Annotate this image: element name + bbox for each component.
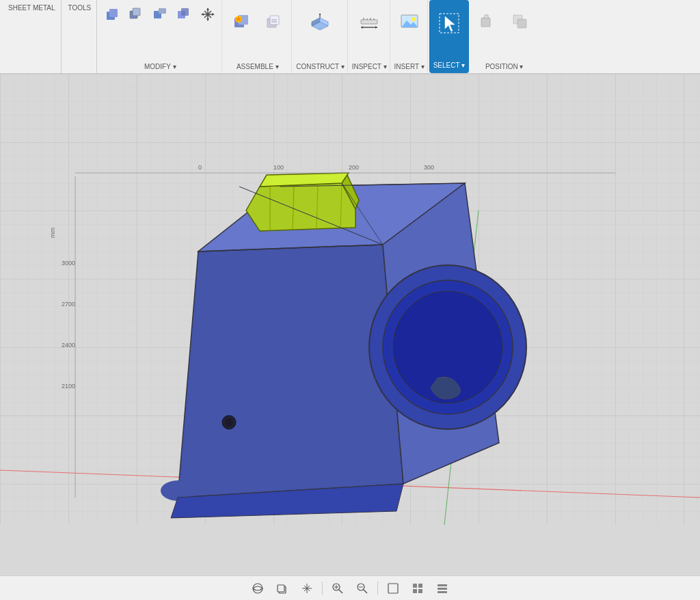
position-icons [473,4,535,40]
svg-rect-25 [361,20,377,24]
svg-rect-7 [181,8,189,16]
insert-icon[interactable] [394,4,425,40]
svg-rect-89 [388,584,398,593]
svg-rect-94 [438,584,447,586]
toolbar: SHEET METAL TOOLS [0,0,700,74]
select-icons [434,5,464,41]
select-label[interactable]: SELECT ▾ [433,62,466,69]
svg-rect-39 [485,15,488,18]
modify-section: MODIFY ▾ [98,0,222,73]
svg-rect-5 [159,8,166,14]
inspect-section: INSPECT ▾ [349,0,390,73]
svg-marker-24 [319,13,321,15]
modify-icon-1[interactable] [101,4,123,25]
svg-marker-37 [445,16,455,31]
svg-rect-81 [278,585,284,592]
svg-rect-38 [481,18,490,27]
position-label[interactable]: POSITION ▾ [485,63,524,70]
modify-icons [101,4,219,25]
svg-marker-10 [201,13,204,16]
svg-rect-1 [109,9,118,17]
3d-viewport[interactable]: 3000 2700 2400 2100 mm 0 100 200 300 [0,74,700,575]
sheet-metal-section: SHEET METAL [5,0,62,73]
tools-section: TOOLS [63,0,98,73]
svg-point-35 [412,17,416,21]
svg-text:2400: 2400 [62,342,75,349]
svg-text:100: 100 [273,164,284,171]
orbit-btn[interactable] [248,579,267,597]
assemble-icon-star[interactable] [226,4,256,40]
grid-canvas: 3000 2700 2400 2100 mm 0 100 200 300 [0,74,700,525]
svg-text:200: 200 [349,164,359,171]
svg-marker-32 [375,26,377,29]
svg-rect-92 [413,589,417,593]
view-square-btn[interactable] [383,579,403,597]
svg-marker-31 [361,26,363,29]
grid-view-btn[interactable] [408,579,427,597]
svg-text:3000: 3000 [62,260,75,267]
assemble-label[interactable]: ASSEMBLE ▾ [237,63,279,70]
svg-text:2100: 2100 [62,383,75,390]
svg-rect-95 [438,588,447,590]
assemble-section: ASSEMBLE ▾ [224,0,292,73]
position-icon-2[interactable] [505,4,535,40]
inspect-icons [354,4,384,40]
modify-label[interactable]: MODIFY ▾ [144,63,176,70]
svg-text:mm: mm [49,228,56,238]
svg-marker-11 [212,13,215,16]
svg-point-63 [225,418,233,426]
svg-rect-96 [438,591,447,593]
construct-icons [305,4,335,40]
insert-icons [394,4,425,40]
modify-icon-3[interactable] [149,4,171,25]
list-view-btn[interactable] [433,579,452,597]
sheet-metal-label: SHEET METAL [8,4,55,12]
svg-line-83 [339,590,342,593]
select-icon[interactable] [434,5,464,41]
statusbar-sep-2 [377,582,378,595]
svg-point-79 [253,584,262,593]
insert-label[interactable]: INSERT ▾ [394,63,425,70]
svg-text:2700: 2700 [62,301,75,308]
construct-icon[interactable] [305,4,335,40]
assemble-icon-pages[interactable] [258,4,288,40]
inspect-icon[interactable] [354,4,384,40]
svg-marker-47 [178,245,403,497]
svg-line-87 [364,590,367,593]
svg-marker-9 [206,18,209,21]
construct-section: CONSTRUCT ▾ [293,0,347,73]
move-icon[interactable] [197,4,219,25]
pan-btn[interactable] [297,579,317,597]
copy-btn[interactable] [273,579,292,597]
zoom-btn[interactable] [328,579,347,597]
position-section: POSITION ▾ [470,0,538,73]
assemble-icons [226,4,288,40]
construct-label[interactable]: CONSTRUCT ▾ [296,63,344,70]
svg-rect-91 [418,584,422,588]
svg-marker-55 [246,183,355,231]
statusbar [0,575,700,600]
svg-text:300: 300 [424,164,434,171]
position-icon-1[interactable] [473,4,503,40]
modify-icon-4[interactable] [173,4,195,25]
select-section: SELECT ▾ [429,0,470,73]
insert-section: INSERT ▾ [392,0,428,73]
svg-text:0: 0 [198,164,202,171]
svg-rect-41 [517,19,526,28]
tools-label: TOOLS [68,4,92,12]
zoom-fit-btn[interactable] [353,579,372,597]
statusbar-sep-1 [322,582,323,595]
svg-rect-90 [413,584,417,588]
modify-icon-2[interactable] [125,4,147,25]
inspect-label[interactable]: INSPECT ▾ [352,63,387,70]
svg-marker-8 [206,8,209,10]
svg-rect-93 [418,589,422,593]
svg-rect-3 [133,8,140,16]
svg-rect-17 [270,16,279,25]
